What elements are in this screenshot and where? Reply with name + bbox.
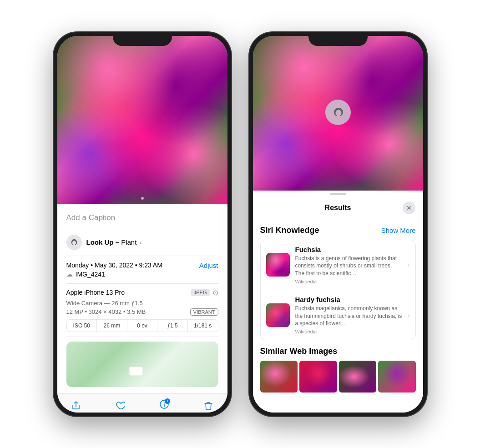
similar-images	[260, 361, 416, 393]
results-title: Results	[325, 204, 351, 212]
similar-title: Similar Web Images	[260, 347, 416, 356]
drag-bar	[330, 193, 346, 195]
mp-row: 12 MP • 3024 × 4032 • 3.5 MB VIBRANT	[66, 308, 218, 316]
hardy-chevron: ›	[408, 312, 410, 319]
show-more-button[interactable]: Show More	[381, 227, 416, 234]
info-badge-dot: i	[165, 398, 170, 404]
filename: IMG_4241	[76, 271, 105, 278]
results-body[interactable]: Siri Knowledge Show More Fuchsia Fuchsia…	[253, 219, 423, 413]
caption-input[interactable]: Add a Caption	[66, 211, 218, 229]
fuchsia-desc: Fuchsia is a genus of flowering plants t…	[295, 255, 402, 277]
similar-image-1[interactable]	[260, 361, 298, 393]
list-item[interactable]: Fuchsia Fuchsia is a genus of flowering …	[261, 240, 415, 290]
results-header: Results ✕	[253, 195, 423, 219]
right-notch	[308, 32, 368, 46]
exif-focal: 26 mm	[97, 320, 127, 332]
mp-text: 12 MP • 3024 × 4032 • 3.5 MB	[66, 308, 146, 315]
knowledge-card: Fuchsia Fuchsia is a genus of flowering …	[260, 240, 416, 341]
date-info: Monday • May 30, 2022 • 9:23 AM ☁ IMG_42…	[66, 262, 162, 278]
hardy-desc: Fuchsia magellanica, commonly known as t…	[295, 305, 402, 327]
hardy-name: Hardy fuchsia	[295, 296, 402, 303]
filename-row: ☁ IMG_4241	[66, 271, 162, 278]
info-button[interactable]: i	[159, 399, 169, 412]
similar-image-3[interactable]	[339, 361, 377, 393]
device-row: Apple iPhone 13 Pro JPEG ⊙	[66, 288, 218, 297]
camera-icon: ⊙	[212, 288, 218, 297]
results-panel: Results ✕ Siri Knowledge Show More Fuchs…	[253, 191, 423, 413]
hardy-thumbnail	[266, 303, 290, 327]
left-phone-screen: Add a Caption Look Up – Plant › Monday •…	[57, 36, 227, 413]
device-section: Apple iPhone 13 Pro JPEG ⊙ Wide Camera —…	[66, 284, 218, 337]
visual-search-bubble	[325, 100, 351, 125]
fuchsia-chevron: ›	[408, 261, 410, 268]
map-thumbnail[interactable]	[66, 342, 218, 387]
home-indicator	[115, 411, 170, 413]
lookup-text: Look Up – Plant ›	[86, 238, 141, 246]
right-phone: Results ✕ Siri Knowledge Show More Fuchs…	[249, 32, 427, 416]
share-button[interactable]	[71, 401, 81, 411]
notch	[113, 32, 172, 46]
left-phone: Add a Caption Look Up – Plant › Monday •…	[54, 32, 231, 416]
date-text: Monday • May 30, 2022 • 9:23 AM	[66, 262, 162, 269]
camera-spec: Wide Camera — 26 mm ƒ1.5	[66, 300, 218, 307]
exif-row: ISO 50 26 mm 0 ev ƒ1.5 1/181 s	[66, 319, 218, 332]
flower-photo-right[interactable]	[253, 36, 423, 191]
close-button[interactable]: ✕	[403, 201, 415, 214]
flower-photo-left[interactable]	[57, 36, 227, 204]
exif-ev: 0 ev	[127, 320, 158, 332]
siri-knowledge-title: Siri Knowledge	[260, 226, 319, 235]
exif-iso: ISO 50	[67, 320, 97, 332]
leaf-icon-bubble	[332, 106, 344, 119]
fuchsia-text: Fuchsia Fuchsia is a genus of flowering …	[295, 246, 402, 284]
adjust-button[interactable]: Adjust	[199, 262, 218, 269]
cloud-icon: ☁	[66, 271, 73, 278]
exif-shutter: 1/181 s	[188, 320, 218, 332]
leaf-icon	[70, 238, 78, 247]
device-name: Apple iPhone 13 Pro	[66, 289, 125, 296]
results-header-wrap: Results ✕	[253, 191, 423, 219]
hardy-text: Hardy fuchsia Fuchsia magellanica, commo…	[295, 296, 402, 334]
date-section: Monday • May 30, 2022 • 9:23 AM ☁ IMG_42…	[66, 256, 218, 284]
lookup-row[interactable]: Look Up – Plant ›	[66, 229, 218, 256]
exif-aperture: ƒ1.5	[157, 320, 188, 332]
similar-image-2[interactable]	[299, 361, 337, 393]
siri-knowledge-header: Siri Knowledge Show More	[260, 226, 416, 235]
favorite-button[interactable]	[115, 401, 125, 411]
lookup-icon-bg	[66, 235, 82, 250]
list-item[interactable]: Hardy fuchsia Fuchsia magellanica, commo…	[261, 290, 415, 340]
delete-button[interactable]	[203, 401, 213, 411]
format-badges: JPEG ⊙	[191, 288, 218, 297]
right-home-indicator	[311, 411, 365, 413]
fuchsia-name: Fuchsia	[295, 246, 402, 253]
hardy-source: Wikipedia	[295, 329, 402, 334]
fuchsia-source: Wikipedia	[295, 279, 402, 284]
similar-section: Similar Web Images	[260, 347, 416, 393]
right-phone-screen: Results ✕ Siri Knowledge Show More Fuchs…	[253, 36, 423, 413]
similar-image-4[interactable]	[378, 361, 416, 393]
fuchsia-thumbnail	[266, 253, 290, 277]
bottom-toolbar: i	[57, 393, 227, 413]
vibrant-badge: VIBRANT	[190, 308, 218, 316]
left-content: Add a Caption Look Up – Plant › Monday •…	[57, 204, 227, 393]
jpeg-badge: JPEG	[191, 289, 210, 296]
